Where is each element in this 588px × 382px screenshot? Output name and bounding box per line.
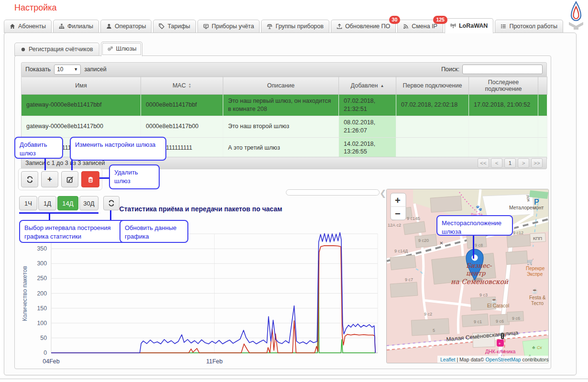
page-last-button[interactable]: >> <box>531 158 543 168</box>
page-first-button[interactable]: << <box>478 158 489 168</box>
map-attribution: Leaflet | Map data© OpenStreetMap contri… <box>440 357 548 362</box>
callout-line-add <box>44 157 46 170</box>
home-icon <box>10 23 15 29</box>
callout-delete-gateway: Удалить шлюз <box>109 164 160 189</box>
svg-text:♣: ♣ <box>532 345 535 350</box>
table-info: Записи с 1 до 3 из 3 записей <box>25 160 105 166</box>
svg-text:50: 50 <box>40 335 47 341</box>
zoom-in-button[interactable]: + <box>395 195 401 206</box>
tab-meter-registration[interactable]: Регистрация счётчиков <box>14 43 99 56</box>
add-gateway-button[interactable]: + <box>41 171 58 187</box>
callout-add-gateway: Добавить шлюз <box>14 137 63 159</box>
table-row[interactable]: gateway-0000e8eb11417b000000e8eb11417b00… <box>22 116 547 137</box>
svg-text:центр: центр <box>466 270 486 277</box>
interval-1d-button[interactable]: 1Д <box>38 196 56 210</box>
page-title: Настройка <box>14 3 57 13</box>
tab-firmware-update[interactable]: 30 Обновление ПО <box>331 20 396 33</box>
tab-label: Обновление ПО <box>345 23 390 30</box>
tab-lorawan[interactable]: LoRaWAN <box>445 18 493 33</box>
callout-line-interval-underline <box>19 212 98 214</box>
tab-meter-groups[interactable]: Группы приборов <box>261 20 329 33</box>
delete-gateway-button[interactable] <box>81 171 99 187</box>
tab-tariffs[interactable]: Тарифы <box>153 20 196 33</box>
table-row[interactable]: gateway-0000e8eb11417bbf0000e8eb11417bbf… <box>22 95 547 116</box>
tag-icon <box>159 23 164 29</box>
edit-gateway-button[interactable] <box>61 171 78 187</box>
svg-text:11Feb: 11Feb <box>206 358 223 365</box>
tab-operators[interactable]: Операторы <box>100 20 152 33</box>
callout-gateway-location: Месторасположение шлюза <box>436 215 513 236</box>
col-mac[interactable]: MAC▲▼ <box>141 77 223 95</box>
map-label-perekrestok: ПерекреЭкспре <box>526 266 545 277</box>
col-added[interactable]: Добавлен▲ <box>339 77 396 95</box>
rss-icon <box>403 23 409 29</box>
svg-text:04Feb: 04Feb <box>43 358 59 365</box>
tab-label: Группы приборов <box>275 23 323 30</box>
table-header-row: Имя MAC▲▼ Описание Добавлен▲ Первое подк… <box>22 77 547 95</box>
interval-1h-button[interactable]: 1Ч <box>19 196 37 210</box>
antenna-icon <box>450 23 456 29</box>
page-length-value: 10 <box>57 66 63 73</box>
refresh-icon <box>26 176 33 183</box>
tab-branches[interactable]: Филиалы <box>53 20 99 33</box>
svg-text:300: 300 <box>37 260 47 267</box>
tab-label: Смена IP <box>412 23 437 30</box>
tab-abonents[interactable]: Абоненты <box>4 20 52 33</box>
map-label-park: Ск <box>537 345 542 350</box>
tab-ip-change[interactable]: 125 Смена IP <box>397 20 443 33</box>
trash-icon <box>87 176 94 183</box>
svg-text:Перекре: Перекре <box>526 266 545 271</box>
interval-14d-button[interactable]: 14Д <box>57 196 78 210</box>
callout-line-refresh <box>110 210 111 221</box>
col-description[interactable]: Описание <box>223 77 339 95</box>
tab-meters[interactable]: Приборы учёта <box>197 20 260 33</box>
zoom-out-button[interactable]: − <box>395 208 401 219</box>
svg-text:9 с8: 9 с8 <box>475 243 483 248</box>
sort-icon: ▲▼ <box>188 83 191 88</box>
sort-asc-icon: ▲ <box>380 84 384 88</box>
search-label: Поиск: <box>441 66 459 73</box>
search-input[interactable] <box>462 65 543 74</box>
tab-label: Абоненты <box>18 23 46 30</box>
col-extra <box>538 77 547 95</box>
plus-icon: + <box>47 175 52 184</box>
page-next-button[interactable]: > <box>518 158 529 168</box>
refresh-table-button[interactable] <box>21 171 38 187</box>
map-collapse-handle[interactable]: ❮ <box>380 188 386 198</box>
tab-label: Тарифы <box>167 23 190 30</box>
subtab-label: Шлюзы <box>116 45 137 52</box>
svg-text:Тесто: Тесто <box>531 301 544 306</box>
user-icon <box>106 23 112 29</box>
sub-tab-bar: Регистрация счётчиков Шлюзы <box>14 42 142 56</box>
tab-label: Филиалы <box>67 23 93 30</box>
page-number-button[interactable]: 1 <box>504 158 516 168</box>
leaflet-link[interactable]: Leaflet <box>440 357 456 362</box>
map-label-kpp: КПП <box>533 236 542 241</box>
search-wrap: Поиск: <box>441 65 543 74</box>
col-name[interactable]: Имя <box>22 77 141 95</box>
page-bottom-divider <box>0 379 588 379</box>
svg-text:150: 150 <box>37 305 47 312</box>
svg-text:☕: ☕ <box>491 297 498 304</box>
page-prev-button[interactable]: < <box>491 158 502 168</box>
chevron-down-icon: ▼ <box>74 67 78 72</box>
svg-text:9 с12: 9 с12 <box>513 230 523 235</box>
col-last-connection[interactable]: Последнее подключение <box>469 77 538 95</box>
app-root: Настройка Абоненты Филиалы Операторы Тар… <box>0 0 588 382</box>
ip-change-badge: 125 <box>433 16 447 24</box>
meter-icon <box>203 23 209 29</box>
svg-text:0: 0 <box>44 349 47 356</box>
subtab-label: Регистрация счётчиков <box>29 46 93 53</box>
chart-scroll-track[interactable] <box>286 189 380 196</box>
tab-label: Протокол работы <box>509 23 557 30</box>
tab-label: Операторы <box>115 23 146 30</box>
svg-text:9 с6: 9 с6 <box>512 316 520 321</box>
tab-work-log[interactable]: Протокол работы <box>495 20 563 33</box>
osm-link[interactable]: OpenStreetMap <box>486 357 521 362</box>
tab-gateways[interactable]: Шлюзы <box>101 42 143 56</box>
page-length-select[interactable]: 10 ▼ <box>54 65 81 75</box>
svg-text:9 с1: 9 с1 <box>474 319 482 324</box>
svg-text:9 с14Б: 9 с14Б <box>407 216 420 221</box>
col-first-connection[interactable]: Первое подключение <box>396 77 469 95</box>
gears-icon <box>107 46 113 52</box>
